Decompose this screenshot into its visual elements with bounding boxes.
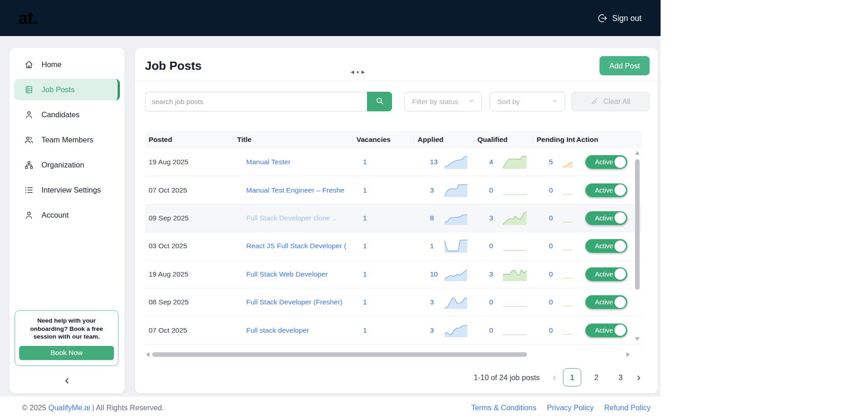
page-button-2[interactable]: 2 — [587, 368, 605, 387]
page-button-3[interactable]: 3 — [611, 368, 630, 387]
sidebar-item-label: Home — [41, 60, 62, 69]
sparkline-chart — [563, 212, 573, 224]
scroll-down-icon[interactable] — [635, 337, 640, 341]
scroll-left-icon[interactable] — [146, 352, 150, 357]
pending-interviews-count[interactable]: 5 — [549, 158, 558, 166]
horizontal-scrollbar-thumb[interactable] — [152, 352, 527, 357]
sidebar-item-team-members[interactable]: Team Members — [14, 129, 120, 151]
list-icon — [24, 185, 34, 195]
job-title-link[interactable]: Full Stack Developer (Fresher) — [246, 298, 342, 306]
logout-icon — [597, 13, 608, 23]
status-toggle[interactable]: Active — [585, 324, 627, 337]
applied-count[interactable]: 10 — [430, 270, 441, 278]
filter-by-status-value: Filter by status — [412, 98, 458, 106]
clear-all-label: Clear All — [603, 98, 630, 106]
status-toggle[interactable]: Active — [585, 239, 627, 253]
table-row: 03 Oct 2025React JS Full Stack Developer… — [145, 232, 642, 260]
pending-interviews-count[interactable]: 0 — [549, 242, 558, 250]
copyright: © 2025 QualifyMe.ai | All Rights Reserve… — [22, 403, 164, 412]
table-header: PostedTitleVacanciesAppliedQualifiedPend… — [145, 131, 642, 149]
job-title-link[interactable]: React JS Full Stack Developer ( — [246, 242, 346, 250]
pending-interviews-count[interactable]: 0 — [549, 270, 558, 278]
pending-interviews-count[interactable]: 0 — [549, 186, 558, 194]
pending-interviews-count[interactable]: 0 — [549, 298, 558, 306]
horizontal-scrollbar[interactable] — [145, 352, 632, 357]
applied-count[interactable]: 3 — [430, 326, 441, 334]
vacancies-value[interactable]: 1 — [363, 326, 367, 334]
sparkline-chart — [503, 155, 527, 169]
status-label: Active — [595, 158, 613, 166]
vacancies-value[interactable]: 1 — [363, 298, 367, 306]
applied-count[interactable]: 1 — [430, 242, 441, 250]
pending-interviews-count[interactable]: 0 — [549, 326, 558, 334]
footer-link-terms-conditions[interactable]: Terms & Conditions — [471, 403, 536, 412]
footer-link-privacy-policy[interactable]: Privacy Policy — [547, 403, 594, 412]
status-toggle[interactable]: Active — [585, 295, 627, 309]
clear-all-button[interactable]: Clear All — [571, 92, 650, 111]
applied-count[interactable]: 3 — [430, 186, 441, 194]
qualified-count[interactable]: 0 — [489, 186, 499, 194]
brand-link[interactable]: QualifyMe.ai — [48, 403, 90, 411]
sidebar-item-home[interactable]: Home — [14, 54, 120, 75]
status-toggle[interactable]: Active — [585, 267, 627, 281]
previous-page-button[interactable]: ‹ — [552, 372, 557, 383]
vertical-scrollbar-thumb[interactable] — [635, 159, 640, 290]
next-page-button[interactable]: › — [636, 372, 641, 383]
sign-out-button[interactable]: Sign out — [597, 13, 641, 23]
footer-link-refund-policy[interactable]: Refund Policy — [604, 403, 651, 412]
search-input[interactable] — [145, 92, 367, 111]
people-icon — [24, 135, 34, 145]
qualified-count[interactable]: 0 — [489, 298, 499, 306]
sparkline-chart — [444, 155, 467, 169]
job-title-link[interactable]: Full Stack Web Developer — [246, 270, 328, 278]
status-toggle[interactable]: Active — [585, 155, 627, 169]
vacancies-value[interactable]: 1 — [363, 270, 367, 278]
job-title-link[interactable]: Full stack developer — [246, 326, 309, 334]
applied-count[interactable]: 3 — [430, 298, 441, 306]
column-header-applied: Applied — [414, 135, 474, 145]
sidebar-collapse-button[interactable]: ‹ — [10, 373, 124, 387]
applied-count[interactable]: 13 — [430, 158, 441, 166]
column-header-posted: Posted — [145, 135, 233, 145]
page-button-1[interactable]: 1 — [563, 368, 581, 387]
add-post-button[interactable]: Add Post — [599, 56, 650, 75]
applied-count[interactable]: 8 — [430, 214, 441, 222]
status-toggle[interactable]: Active — [585, 183, 627, 197]
qualified-count[interactable]: 0 — [489, 242, 499, 250]
vacancies-value[interactable]: 1 — [363, 158, 367, 166]
top-bar: at. Sign out — [0, 0, 661, 36]
scroll-right-icon[interactable] — [626, 352, 630, 357]
job-title-link[interactable]: Manual Tester — [246, 158, 290, 166]
divider — [135, 81, 658, 81]
sidebar-item-organization[interactable]: Organization — [14, 154, 120, 176]
vertical-scrollbar[interactable] — [635, 149, 640, 346]
filter-by-status-select[interactable]: Filter by status — [404, 92, 482, 111]
sidebar-item-interview-settings[interactable]: Interview Settings — [14, 179, 120, 201]
sort-by-select[interactable]: Sort by — [490, 92, 565, 111]
sidebar-item-label: Job Posts — [41, 85, 74, 94]
column-header-qualified: Qualified — [474, 135, 533, 145]
pending-interviews-count[interactable]: 0 — [549, 214, 558, 222]
qualified-count[interactable]: 4 — [489, 158, 499, 166]
qualified-count[interactable]: 3 — [489, 270, 499, 278]
sparkline-chart — [563, 184, 573, 196]
qualified-count[interactable]: 0 — [489, 326, 499, 334]
vacancies-value[interactable]: 1 — [363, 242, 367, 250]
job-title-link[interactable]: Full Stack Developer clone .. — [246, 214, 336, 222]
qualified-count[interactable]: 3 — [489, 214, 499, 222]
status-label: Active — [595, 214, 613, 222]
job-title-link[interactable]: Manual Test Engineer – Freshe — [246, 186, 344, 194]
vacancies-value[interactable]: 1 — [363, 214, 367, 222]
status-label: Active — [595, 187, 613, 194]
sidebar-item-candidates[interactable]: Candidates — [14, 104, 120, 125]
status-toggle[interactable]: Active — [585, 211, 627, 225]
table-row: 19 Aug 2025Manual Tester11345Active — [145, 148, 642, 176]
vacancies-value[interactable]: 1 — [363, 186, 367, 194]
search-button[interactable] — [367, 92, 392, 111]
page-buttons: 123 — [557, 368, 630, 387]
scroll-up-icon[interactable] — [635, 151, 640, 155]
book-now-button[interactable]: Book Now — [19, 346, 114, 360]
sidebar-item-account[interactable]: Account — [14, 204, 120, 226]
toggle-knob — [615, 184, 626, 196]
sidebar-item-job-posts[interactable]: Job Posts — [14, 79, 120, 100]
